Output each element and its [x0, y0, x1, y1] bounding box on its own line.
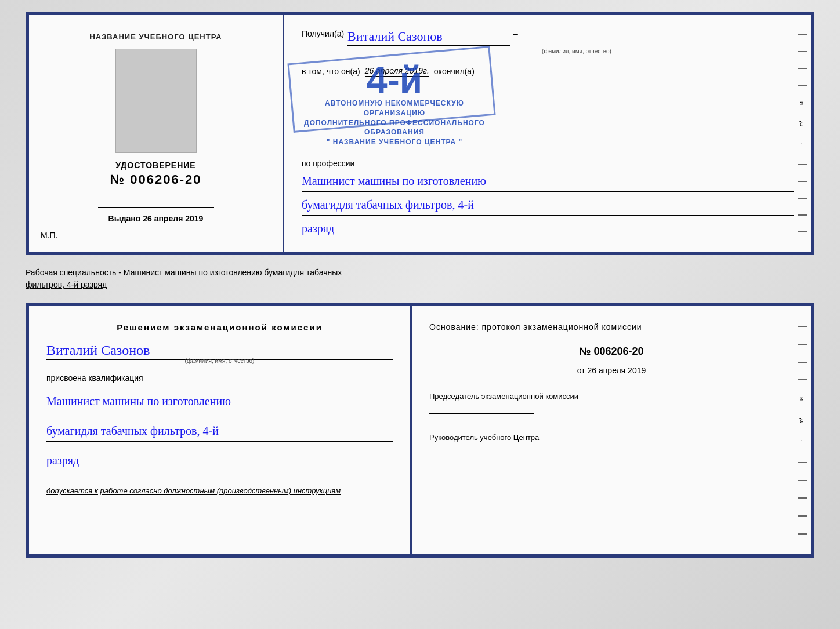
- b-edge-dash-3: [798, 362, 807, 363]
- stamp-line1: АВТОНОМНУЮ НЕКОММЕРЧЕСКУЮ ОРГАНИЗАЦИЮ: [296, 99, 493, 118]
- qual-line3: разряд: [46, 450, 393, 471]
- poluchil-dash: –: [513, 29, 518, 38]
- qual-line1: Машинист машины по изготовлению: [46, 391, 393, 412]
- rukovoditel-line: [429, 455, 534, 455]
- cert-udost-label: УДОСТОВЕРЕНИЕ: [110, 161, 202, 170]
- profession-line1: Машинист машины по изготовлению: [302, 170, 794, 192]
- cert-bottom-left-panel: Решением экзаменационной комиссии Витали…: [29, 306, 412, 554]
- predsedatel-line: [429, 413, 534, 414]
- b-edge-dash-8: [798, 515, 807, 517]
- edge-dash-1: [798, 34, 807, 35]
- cert-bottom-right-panel: Основание: протокол экзаменационной коми…: [412, 306, 811, 554]
- vydano-date: 26 апреля 2019: [143, 214, 203, 223]
- cert-vtomchto-row: в том, что он(а) 26 апреля 2019г. окончи…: [302, 66, 794, 77]
- dopusk-block: допускается к работе согласно должностны…: [46, 486, 393, 495]
- b-edge-dash-4: [798, 379, 807, 380]
- cert-left-photo: [115, 49, 197, 153]
- middle-line1: Рабочая специальность - Машинист машины …: [26, 267, 814, 279]
- profession-line2: бумагидля табачных фильтров, 4-й: [302, 194, 794, 216]
- stamp-line3: " НАЗВАНИЕ УЧЕБНОГО ЦЕНТРА ": [296, 137, 493, 147]
- edge-dash-3: [798, 68, 807, 69]
- vert-text-i: и: [799, 101, 806, 105]
- right-edge-dashes: и ,а ←: [794, 15, 811, 252]
- osnov-ot: от: [577, 366, 585, 375]
- cert-left-middle: УДОСТОВЕРЕНИЕ № 006206-20: [110, 161, 202, 187]
- certificate-top: НАЗВАНИЕ УЧЕБНОГО ЦЕНТРА УДОСТОВЕРЕНИЕ №…: [26, 12, 814, 255]
- bottom-right-edge-dashes: и ,а ←: [794, 306, 811, 554]
- edge-dash-7: [798, 198, 807, 199]
- cert-date-handwritten: 26 апреля 2019г.: [365, 66, 429, 77]
- cert-vydano: Выдано 26 апреля 2019: [108, 214, 204, 223]
- poluchil-label: Получил(а): [302, 29, 344, 38]
- vert-text-arrow: ←: [799, 142, 806, 148]
- vydano-label: Выдано: [108, 214, 141, 223]
- edge-dash-4: [798, 85, 807, 86]
- osnov-number: № 006206-20: [429, 346, 794, 358]
- osnov-date-value: 26 апреля 2019: [588, 366, 646, 375]
- edge-dash-6: [798, 181, 807, 182]
- certificate-bottom: Решением экзаменационной комиссии Витали…: [26, 303, 814, 558]
- dopusk-text: работе согласно должностным (производств…: [100, 486, 341, 495]
- edge-dash-9: [798, 231, 807, 232]
- osnov-date: от 26 апреля 2019: [429, 366, 794, 375]
- b-vert-text-i: и: [799, 397, 806, 401]
- po-professii-label: по профессии: [302, 159, 354, 168]
- recipient-name: Виталий Сазонов: [347, 29, 510, 46]
- edge-dash-5: [798, 164, 807, 165]
- b-edge-dash-7: [798, 497, 807, 499]
- decision-title: Решением экзаменационной комиссии: [46, 322, 393, 332]
- predsedatel-label: Председатель экзаменационной комиссии: [429, 391, 794, 402]
- vert-text-a: ,а: [799, 121, 806, 126]
- middle-line2-text: фильтров, 4-й разряд: [26, 280, 107, 289]
- cert-right-panel: Получил(а) Виталий Сазонов – (фамилия, и…: [284, 15, 811, 252]
- b-edge-dash-9: [798, 533, 807, 535]
- decision-fio-label: (фамилия, имя, отчество): [46, 358, 393, 364]
- fio-sublabel: (фамилия, имя, отчество): [360, 48, 794, 54]
- middle-line1-text: Рабочая специальность - Машинист машины …: [26, 268, 342, 277]
- rukovoditel-block: Руководитель учебного Центра: [429, 432, 794, 457]
- cert-number-symbol: №: [110, 172, 126, 187]
- assigned-label: присвоена квалификация: [46, 373, 393, 383]
- cert-left-panel: НАЗВАНИЕ УЧЕБНОГО ЦЕНТРА УДОСТОВЕРЕНИЕ №…: [29, 15, 284, 252]
- po-professii-block: по профессии Машинист машины по изготовл…: [302, 159, 794, 239]
- edge-dash-8: [798, 214, 807, 216]
- b-edge-dash-1: [798, 326, 807, 327]
- rukovoditel-label: Руководитель учебного Центра: [429, 432, 794, 443]
- cert-left-title: НАЗВАНИЕ УЧЕБНОГО ЦЕНТРА: [89, 32, 222, 41]
- b-edge-dash-5: [798, 462, 807, 463]
- stamp-border: [287, 46, 495, 133]
- decision-name-block: Виталий Сазонов (фамилия, имя, отчество): [46, 338, 393, 364]
- b-vert-text-arrow: ←: [799, 439, 806, 445]
- middle-text-block: Рабочая специальность - Машинист машины …: [26, 264, 814, 293]
- qual-line2: бумагидля табачных фильтров, 4-й: [46, 420, 393, 442]
- osnov-title: Основание: протокол экзаменационной коми…: [429, 322, 794, 332]
- b-edge-dash-6: [798, 480, 807, 481]
- b-edge-dash-2: [798, 344, 807, 345]
- profession-line3: разряд: [302, 218, 794, 239]
- cert-number-value: 006206-20: [130, 172, 201, 187]
- predsedatel-block: Председатель экзаменационной комиссии: [429, 391, 794, 416]
- vtomchto-label: в том, что он(а): [302, 67, 360, 76]
- okonchil-label: окончил(а): [434, 67, 475, 76]
- cert-poluchil-row: Получил(а) Виталий Сазонов –: [302, 29, 794, 46]
- cert-number: № 006206-20: [110, 172, 202, 187]
- edge-dash-2: [798, 51, 807, 52]
- middle-line2: фильтров, 4-й разряд: [26, 279, 814, 291]
- stamp-line2: ДОПОЛНИТЕЛЬНОГО ПРОФЕССИОНАЛЬНОГО ОБРАЗО…: [296, 118, 493, 138]
- b-vert-text-a: ,а: [799, 417, 806, 423]
- cert-left-line: [98, 207, 214, 208]
- cert-mp-label: М.П.: [41, 231, 58, 240]
- dopusk-label: допускается к: [46, 486, 98, 495]
